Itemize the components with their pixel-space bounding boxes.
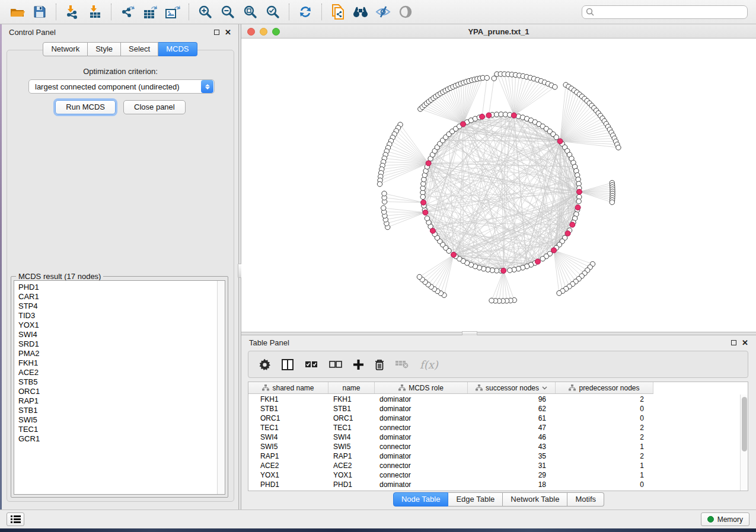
tab-motifs[interactable]: Motifs <box>567 492 604 507</box>
export-image-icon[interactable] <box>163 3 182 21</box>
mcds-result-item[interactable]: STB5 <box>14 377 225 387</box>
zoom-in-icon[interactable] <box>196 3 215 21</box>
table-row[interactable]: ACE2ACE2connector311 <box>248 461 740 470</box>
column-header-MCDS-role[interactable]: MCDS role <box>375 382 468 393</box>
export-network-icon[interactable] <box>118 3 137 21</box>
close-panel-button[interactable]: Close panel <box>123 100 186 114</box>
mcds-result-item[interactable]: ORC1 <box>14 387 225 396</box>
clone-network-icon[interactable] <box>328 3 347 21</box>
show-hide-icon[interactable] <box>374 3 393 21</box>
network-canvas[interactable] <box>241 39 756 332</box>
save-icon[interactable] <box>30 3 49 21</box>
mcds-node[interactable] <box>486 113 492 118</box>
network-leaf-node[interactable] <box>381 206 386 210</box>
mcds-node[interactable] <box>575 205 580 210</box>
mcds-node[interactable] <box>461 121 466 127</box>
mcds-result-item[interactable]: TEC1 <box>14 425 225 434</box>
table-row[interactable]: TEC1TEC1connector472 <box>248 423 740 432</box>
network-node[interactable] <box>425 216 429 220</box>
network-leaf-node[interactable] <box>557 291 562 296</box>
mcds-node[interactable] <box>570 222 575 227</box>
close-panel-icon[interactable]: ✕ <box>225 28 231 36</box>
export-table-icon[interactable] <box>141 3 160 21</box>
scrollbar-thumb[interactable] <box>742 397 747 451</box>
mcds-node[interactable] <box>557 139 563 144</box>
mcds-node[interactable] <box>576 189 582 194</box>
import-table-icon[interactable] <box>85 3 104 21</box>
network-leaf-node[interactable] <box>382 191 387 196</box>
import-network-icon[interactable] <box>63 3 82 21</box>
optimization-criterion-dropdown[interactable]: largest connected component (undirected) <box>28 79 215 94</box>
float-panel-icon[interactable] <box>731 340 736 345</box>
table-row[interactable]: SWI4SWI4dominator462 <box>248 432 740 442</box>
mcds-result-item[interactable]: SRD1 <box>14 339 225 349</box>
table-row[interactable]: YOX1YOX1connector291 <box>248 470 740 480</box>
mcds-result-item[interactable]: PHD1 <box>14 283 225 292</box>
tab-select[interactable]: Select <box>121 42 158 56</box>
table-row[interactable]: PHD1PHD1dominator180 <box>248 480 740 489</box>
mcds-result-item[interactable]: STP4 <box>14 302 225 311</box>
open-file-icon[interactable] <box>8 3 27 21</box>
network-node[interactable] <box>576 199 581 204</box>
show-column-panel-icon[interactable] <box>282 359 294 370</box>
mcds-node[interactable] <box>430 228 435 233</box>
table-row[interactable]: FKH1FKH1dominator962 <box>248 395 740 404</box>
mcds-result-item[interactable]: PMA2 <box>14 349 225 358</box>
mcds-node[interactable] <box>426 161 431 166</box>
mcds-result-item[interactable]: STB1 <box>14 406 225 415</box>
network-leaf-node[interactable] <box>616 145 621 150</box>
mcds-result-item[interactable]: SWI4 <box>14 330 225 339</box>
mcds-node[interactable] <box>451 252 457 258</box>
mcds-result-item[interactable]: SWI5 <box>14 415 225 425</box>
mcds-result-item[interactable]: GCR1 <box>14 434 225 444</box>
mcds-node[interactable] <box>551 248 557 253</box>
column-header-successor-nodes[interactable]: successor nodes <box>468 382 556 393</box>
search-network-icon[interactable] <box>351 3 370 21</box>
mcds-result-item[interactable]: RAP1 <box>14 396 225 406</box>
column-header-shared-name[interactable]: shared name <box>248 382 328 393</box>
result-list-scrollbar[interactable] <box>217 281 225 494</box>
unselect-all-columns-icon[interactable] <box>329 361 342 368</box>
network-node[interactable] <box>540 257 545 261</box>
network-leaf-node[interactable] <box>417 274 422 279</box>
search-input[interactable] <box>582 5 748 19</box>
network-node[interactable] <box>420 194 425 199</box>
mcds-node[interactable] <box>421 200 426 205</box>
run-mcds-button[interactable]: Run MCDS <box>55 100 116 114</box>
refresh-icon[interactable] <box>296 3 315 21</box>
table-row[interactable]: RAP1RAP1dominator352 <box>248 451 740 461</box>
float-panel-icon[interactable] <box>214 30 219 35</box>
mcds-result-item[interactable]: ACE2 <box>14 368 225 377</box>
table-row[interactable]: STB1STB1dominator620 <box>248 404 740 414</box>
task-history-button[interactable] <box>7 512 24 526</box>
delete-column-icon[interactable] <box>375 359 384 370</box>
tab-network-table[interactable]: Network Table <box>503 492 567 507</box>
mcds-node[interactable] <box>535 259 540 264</box>
mcds-node[interactable] <box>511 113 516 118</box>
network-leaf-node[interactable] <box>610 200 614 204</box>
zoom-fit-icon[interactable] <box>241 3 260 21</box>
mcds-node[interactable] <box>501 268 506 273</box>
tab-style[interactable]: Style <box>88 42 121 56</box>
select-all-columns-icon[interactable] <box>305 361 318 368</box>
table-row[interactable]: ORC1ORC1dominator610 <box>248 414 740 423</box>
column-header-name[interactable]: name <box>328 382 375 393</box>
tab-node-table[interactable]: Node Table <box>393 492 449 507</box>
mcds-result-item[interactable]: CAR1 <box>14 292 225 302</box>
mcds-result-item[interactable]: TID3 <box>14 311 225 321</box>
preview-eye-icon[interactable] <box>396 3 415 21</box>
table-scrollbar[interactable] <box>740 395 748 491</box>
network-node[interactable] <box>508 268 512 273</box>
tab-mcds[interactable]: MCDS <box>158 42 197 56</box>
zoom-out-icon[interactable] <box>218 3 237 21</box>
memory-button[interactable]: Memory <box>701 512 749 526</box>
tab-edge-table[interactable]: Edge Table <box>448 492 503 507</box>
zoom-selected-icon[interactable] <box>263 3 282 21</box>
network-leaf-node[interactable] <box>377 181 382 186</box>
mcds-result-item[interactable]: YOX1 <box>14 321 225 330</box>
mcds-node[interactable] <box>423 210 428 215</box>
column-header-predecessor-nodes[interactable]: predecessor nodes <box>556 382 653 393</box>
mcds-result-item[interactable]: FKH1 <box>14 358 225 368</box>
mcds-node[interactable] <box>480 114 485 119</box>
mcds-node[interactable] <box>565 230 570 236</box>
